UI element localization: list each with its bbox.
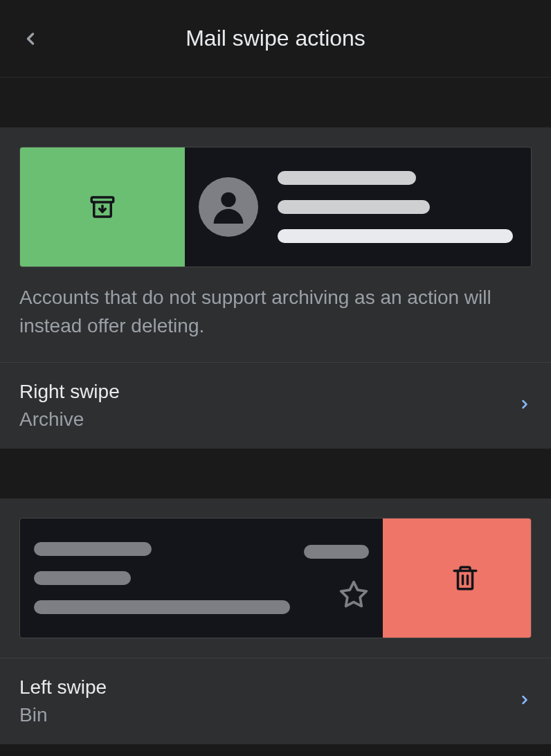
header: Mail swipe actions (0, 0, 551, 78)
right-swipe-section: Accounts that do not support archiving a… (0, 127, 551, 449)
mail-row-preview (20, 519, 383, 638)
disclosure-indicator (518, 394, 532, 417)
placeholder-line (34, 571, 131, 585)
placeholder-line (34, 542, 152, 556)
archive-icon (88, 192, 117, 222)
left-swipe-value: Bin (19, 704, 509, 726)
left-swipe-action-zone (383, 519, 532, 638)
placeholder-line (304, 545, 369, 559)
disclosure-indicator (518, 690, 532, 713)
section-spacer (0, 78, 551, 127)
left-swipe-section: Left swipe Bin (0, 498, 551, 744)
right-swipe-action-zone (20, 147, 185, 267)
right-swipe-value: Archive (19, 408, 509, 431)
right-swipe-row-text: Right swipe Archive (19, 381, 509, 431)
mail-lines-placeholder (278, 171, 517, 243)
right-swipe-row[interactable]: Right swipe Archive (0, 363, 551, 449)
left-swipe-row-text: Left swipe Bin (19, 676, 509, 726)
page-title: Mail swipe actions (44, 26, 507, 51)
chevron-right-icon (518, 394, 532, 415)
mail-row-preview (185, 147, 531, 267)
right-swipe-note: Accounts that do not support archiving a… (0, 267, 551, 363)
left-swipe-preview (19, 518, 532, 638)
back-button[interactable] (17, 25, 44, 53)
chevron-left-icon (21, 24, 40, 54)
mail-lines-placeholder (34, 542, 290, 614)
right-swipe-preview-wrap (0, 127, 551, 267)
left-swipe-preview-wrap (0, 498, 551, 638)
star-icon (338, 579, 369, 613)
placeholder-line (278, 171, 416, 185)
mail-meta-placeholder (304, 537, 369, 620)
placeholder-line (34, 600, 290, 614)
right-swipe-preview (19, 147, 532, 267)
left-swipe-row[interactable]: Left swipe Bin (0, 658, 551, 744)
placeholder-line (278, 200, 430, 214)
placeholder-line (278, 229, 513, 243)
svg-marker-2 (341, 582, 367, 606)
svg-point-1 (221, 192, 235, 207)
trash-icon (451, 564, 480, 593)
avatar-placeholder (199, 177, 258, 237)
left-swipe-label: Left swipe (19, 676, 509, 699)
person-icon (206, 185, 251, 229)
right-swipe-label: Right swipe (19, 381, 509, 403)
chevron-right-icon (518, 690, 532, 710)
section-spacer (0, 449, 551, 498)
